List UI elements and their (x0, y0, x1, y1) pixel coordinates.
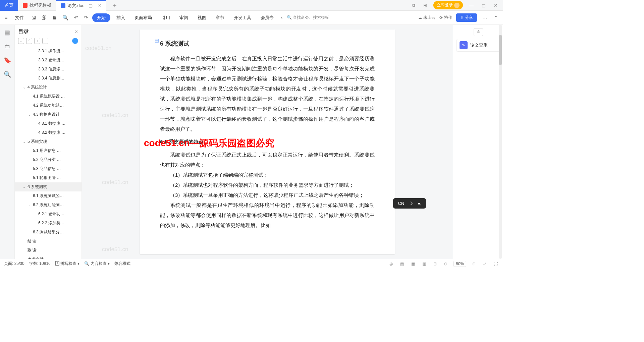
outline-item[interactable]: 6.2.2 添加类… (15, 219, 82, 228)
watermark: code51.cn (102, 179, 128, 186)
avatar-icon (454, 3, 460, 8)
print-icon[interactable]: 🖶 (51, 15, 58, 20)
outline-item[interactable]: 6.3 测试结果分… (15, 228, 82, 237)
file-menu[interactable]: 文件 (12, 13, 27, 22)
fullscreen-icon[interactable]: ⛶ (492, 262, 499, 266)
outline-item[interactable]: 3.3.4 信息删… (15, 74, 82, 83)
login-button[interactable]: 立即登录 (433, 1, 463, 9)
login-label: 立即登录 (437, 2, 453, 8)
tab-template[interactable]: 找稻壳模板 (18, 0, 56, 11)
scroll-thumb[interactable] (499, 35, 502, 65)
outline-item[interactable]: ⌄4 系统设计 (15, 83, 82, 92)
check-icon: ✎ (460, 41, 468, 49)
sync-icon[interactable] (72, 38, 78, 44)
view-mode-2-icon[interactable]: ▤ (399, 262, 405, 266)
more-icon[interactable]: ⋯ (481, 15, 489, 21)
status-bar: 页面: 25/30 字数: 10816 🄰 拼写检查 ▾ 🔍 内容检查 ▾ 兼容… (0, 259, 503, 268)
share-button[interactable]: ⇪ 分享 (456, 13, 477, 22)
outline-item[interactable]: 结 论 (15, 237, 82, 246)
coop-button[interactable]: ⟳ 协作 (439, 15, 452, 20)
bookmark-icon[interactable]: 🔖 (4, 57, 11, 64)
spell-check[interactable]: 🄰 拼写检查 ▾ (55, 261, 80, 267)
content-check[interactable]: 🔍 内容检查 ▾ (84, 261, 110, 267)
zoom-in-button[interactable]: ⊕ (471, 262, 477, 266)
layout-icon[interactable]: ⧉ (410, 2, 417, 8)
outline-item[interactable]: 4.3.2 数据库 … (15, 128, 82, 137)
nav-icon[interactable]: 🗀 (4, 43, 10, 50)
remove-icon[interactable]: − (42, 38, 48, 44)
tab-home[interactable]: 首页 (0, 0, 18, 11)
compat-mode[interactable]: 兼容模式 (114, 261, 130, 267)
collapse-panel-icon[interactable]: ≙ (474, 28, 483, 36)
tab-close-icon[interactable]: ✕ (98, 3, 102, 8)
word-count[interactable]: 字数: 10816 (29, 261, 51, 267)
expand-all-icon[interactable]: ⌃ (26, 38, 32, 44)
outline-item[interactable]: ⌄6 系统测试 (15, 182, 82, 191)
outline-item[interactable]: 5.3 商品信息 … (15, 164, 82, 173)
outline-item[interactable]: 6.1 系统测试的… (15, 191, 82, 201)
layout-menu[interactable]: 页面布局 (131, 13, 155, 22)
view-menu[interactable]: 视图 (194, 13, 210, 22)
ime-indicator[interactable]: CN ☽ ●‚ (393, 198, 426, 209)
add-icon[interactable]: + (34, 38, 40, 44)
apps-icon[interactable]: ⊞ (421, 3, 429, 8)
outline-item[interactable]: ⌄4.3 数据库设计 (15, 110, 82, 119)
moon-icon: ☽ (409, 201, 413, 206)
outline-item[interactable]: 5.1 轮播图管 … (15, 173, 82, 182)
outline-item[interactable]: 参考文献 (15, 255, 82, 259)
new-tab-button[interactable]: ＋ (106, 1, 123, 9)
saveas-icon[interactable]: 🗐 (40, 15, 48, 20)
outline-item[interactable]: 6.2.1 登录功… (15, 210, 82, 219)
search-icon[interactable]: 🔍 (4, 71, 11, 78)
view-mode-3-icon[interactable]: ▦ (410, 262, 416, 266)
chevron-right-icon[interactable]: › (280, 15, 284, 20)
chapter-menu[interactable]: 章节 (212, 13, 228, 22)
minimize-button[interactable]: — (467, 3, 476, 8)
tab-screen-icon[interactable]: ▢ (89, 3, 93, 8)
paragraph: 程序软件一旦被开发完成之后，在真正投入日常生活中进行运行使用之前，是必须要经历测… (160, 54, 375, 134)
devtools-menu[interactable]: 开发工具 (230, 13, 255, 22)
view-mode-1-icon[interactable]: ◎ (388, 262, 394, 266)
outline-item[interactable]: ⌄5 系统实现 (15, 137, 82, 146)
page-status[interactable]: 页面: 25/30 (4, 261, 24, 267)
heading-2: 6.1 系统测试的特点 (160, 139, 375, 145)
scrollbar[interactable] (498, 25, 502, 259)
undo-icon[interactable]: ↶ (73, 15, 80, 21)
outline-item[interactable]: 3.3.2 登录流… (15, 56, 82, 65)
outline-item[interactable]: 5.1 用户信息 … (15, 146, 82, 155)
member-menu[interactable]: 会员专 (257, 13, 277, 22)
save-icon[interactable]: 🖫 (30, 15, 38, 20)
outline-item[interactable]: 3.3.1 操作流… (15, 47, 82, 56)
view-mode-4-icon[interactable]: ▥ (421, 262, 427, 266)
zoom-out-button[interactable]: ⊖ (443, 262, 449, 266)
close-window-button[interactable]: ✕ (492, 3, 500, 8)
outline-item[interactable]: 4.1 系统概要设 … (15, 92, 82, 101)
ref-menu[interactable]: 引用 (158, 13, 173, 22)
outline-item[interactable]: 4.2 系统功能结… (15, 101, 82, 110)
chevron-up-icon[interactable]: ⌃ (493, 15, 500, 21)
outline-item[interactable]: 致 谢 (15, 246, 82, 255)
plagiarism-card[interactable]: ✎ 论文查重 (457, 39, 500, 52)
zoom-level[interactable]: 80% (453, 261, 466, 267)
outline-icon[interactable]: ▤ (4, 29, 10, 36)
hamburger-icon[interactable]: ≡ (3, 15, 9, 20)
maximize-button[interactable]: ◻ (480, 3, 488, 8)
list-item: （3）系统测试一旦采用正确的方法进行，这将减少程序正式上线之后产生的各种错误； (160, 190, 375, 200)
collapse-all-icon[interactable]: ⌄ (18, 38, 24, 44)
outline-item[interactable]: 5.2 商品分类 … (15, 155, 82, 164)
redo-icon[interactable]: ↷ (83, 15, 90, 21)
command-search[interactable]: 🔍 查找命令、搜索模板 (287, 15, 329, 20)
insert-menu[interactable]: 插入 (113, 13, 128, 22)
outline-item[interactable]: ⌄6.2 系统功能测… (15, 201, 82, 210)
outline-close-icon[interactable]: ✕ (74, 29, 78, 34)
fit-icon[interactable]: ⤢ (482, 262, 488, 266)
preview-icon[interactable]: 🔍 (61, 15, 70, 21)
cloud-button[interactable]: ☁ 未上云 (418, 15, 435, 20)
start-menu[interactable]: 开始 (92, 13, 110, 22)
outline-item[interactable]: 3.3.3 信息添… (15, 65, 82, 74)
review-menu[interactable]: 审阅 (176, 13, 192, 22)
outline-item[interactable]: 4.3.1 数据库 … (15, 119, 82, 128)
tab-document[interactable]: 论文.doc ▢ ✕ (56, 0, 106, 11)
view-mode-5-icon[interactable]: ⊞ (432, 262, 438, 266)
right-panel: ≙ ✎ 论文查重 (453, 25, 503, 259)
